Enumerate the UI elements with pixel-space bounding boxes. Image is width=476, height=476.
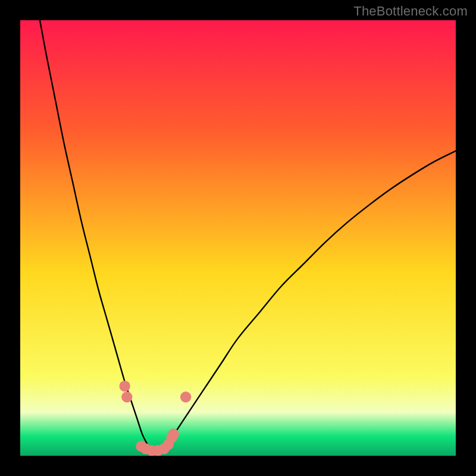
marker-dot xyxy=(119,381,130,392)
plot-area xyxy=(20,20,456,456)
watermark-link[interactable]: TheBottleneck.com xyxy=(353,4,468,18)
curve-layer xyxy=(20,20,456,456)
curve-markers xyxy=(119,381,191,456)
marker-dot xyxy=(168,428,178,439)
marker-dot xyxy=(180,392,191,402)
bottleneck-curve xyxy=(40,20,456,452)
chart-frame: TheBottleneck.com xyxy=(0,0,476,476)
marker-dot xyxy=(121,392,132,402)
watermark[interactable]: TheBottleneck.com xyxy=(353,4,468,19)
